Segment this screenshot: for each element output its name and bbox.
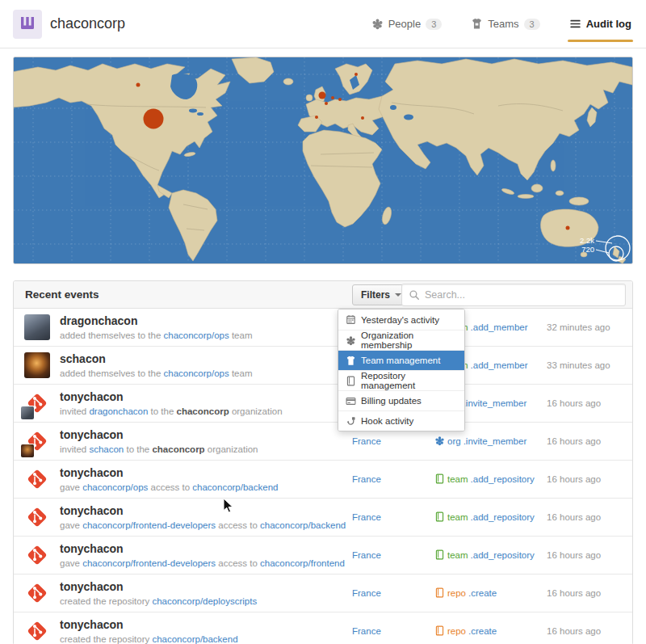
- map-marker-greece: [361, 116, 364, 120]
- panel-title: Recent events: [25, 288, 99, 301]
- tab-teams[interactable]: Teams 3: [471, 0, 539, 48]
- audit-event-row: tonychaconinvited schacon to the chaconc…: [14, 423, 632, 461]
- tab-people[interactable]: People 3: [371, 0, 443, 48]
- actor-name[interactable]: tonychacon: [60, 542, 352, 557]
- description-link[interactable]: dragonchacon: [89, 406, 148, 416]
- description-text: access to: [148, 482, 192, 492]
- description-link[interactable]: chaconcorp/ops: [82, 482, 148, 492]
- location-link[interactable]: France: [352, 436, 381, 446]
- actor-name[interactable]: tonychacon: [60, 466, 352, 481]
- description-text: organization: [205, 444, 258, 454]
- organization-icon: [434, 436, 445, 446]
- event-category: team: [447, 550, 468, 560]
- event-action: .invite_member: [464, 436, 527, 446]
- audit-event-row: tonychacongave chaconcorp/ops access to …: [14, 461, 632, 499]
- description-text: access to: [216, 520, 260, 530]
- description-text: organization: [229, 406, 283, 416]
- map-marker-sweden: [354, 73, 358, 76]
- audit-event-row: tonychaconcreated the repository chaconc…: [14, 612, 632, 644]
- repo-icon: [346, 376, 356, 386]
- credit-card-icon: [346, 396, 356, 406]
- event-description: gave chaconcorp/frontend-developers acce…: [60, 520, 352, 530]
- filter-option-hook-activity[interactable]: Hook activity: [338, 410, 464, 431]
- event-type-link[interactable]: team.add_repository: [434, 549, 535, 562]
- event-main: tonychaconinvited schacon to the chaconc…: [60, 428, 352, 454]
- description-link[interactable]: schacon: [89, 444, 124, 454]
- description-link[interactable]: chaconcorp/ops: [164, 330, 229, 340]
- location-link[interactable]: France: [352, 512, 381, 522]
- event-category: org: [447, 436, 461, 446]
- hook-icon: [346, 416, 356, 427]
- event-type-link[interactable]: repo.create: [434, 587, 497, 600]
- jersey-icon: [346, 356, 356, 366]
- location-link[interactable]: France: [352, 550, 381, 560]
- app-header: chaconcorp People 3 Teams 3 Audit log: [0, 0, 646, 48]
- actor-name[interactable]: tonychacon: [60, 428, 352, 443]
- actor-name[interactable]: tonychacon: [60, 580, 352, 595]
- location-link[interactable]: France: [352, 626, 381, 636]
- org-logo[interactable]: [13, 10, 42, 39]
- description-text: team: [229, 368, 253, 378]
- event-type-cell: org.invite_member: [434, 436, 547, 448]
- description-link[interactable]: chaconcorp/backend: [260, 520, 346, 530]
- description-link[interactable]: chaconcorp/frontend-developers: [82, 558, 216, 568]
- description-link[interactable]: chaconcorp/frontend-developers: [82, 520, 216, 530]
- description-link[interactable]: chaconcorp/frontend: [260, 558, 345, 568]
- calendar-icon: [346, 314, 356, 325]
- description-link[interactable]: chaconcorp/backend: [192, 482, 278, 492]
- filter-option-repository-management[interactable]: Repository management: [338, 370, 464, 390]
- actor-name[interactable]: dragonchacon: [60, 314, 352, 329]
- filter-option-label: Yesterday's activity: [361, 315, 439, 325]
- avatar: [24, 314, 50, 340]
- description-text: team: [229, 330, 253, 340]
- event-action: .create: [468, 626, 497, 636]
- filters-dropdown: Yesterday's activityOrganization members…: [338, 309, 465, 431]
- filter-option-organization-membership[interactable]: Organization membership: [338, 330, 464, 350]
- event-type-link[interactable]: org.invite_member: [434, 436, 526, 448]
- event-action: .add_repository: [471, 474, 535, 484]
- event-action: .add_repository: [471, 550, 535, 560]
- event-type-cell: repo.create: [434, 625, 547, 638]
- audit-event-row: tonychaconcreated the repository chaconc…: [14, 575, 632, 612]
- audit-event-row: dragonchaconadded themselves to the chac…: [14, 309, 632, 347]
- timestamp: 16 hours ago: [547, 588, 632, 598]
- description-link[interactable]: chaconcorp/backend: [152, 634, 237, 644]
- audit-event-row: tonychacongave chaconcorp/frontend-devel…: [14, 499, 632, 537]
- event-description: gave chaconcorp/ops access to chaconcorp…: [60, 482, 352, 492]
- actor-name[interactable]: schacon: [60, 352, 352, 367]
- timestamp: 16 hours ago: [547, 550, 632, 560]
- actor-name[interactable]: tonychacon: [60, 504, 352, 519]
- description-link[interactable]: chaconcorp/ops: [164, 368, 229, 378]
- event-type-link[interactable]: team.add_repository: [434, 511, 535, 524]
- event-type-cell: repo.create: [434, 587, 547, 600]
- timestamp: 32 minutes ago: [547, 322, 632, 332]
- event-action: .create: [468, 588, 497, 598]
- description-text: created the repository: [60, 634, 152, 644]
- repo-icon: [434, 474, 445, 486]
- filter-option-yesterday-s-activity[interactable]: Yesterday's activity: [338, 309, 464, 330]
- timestamp: 16 hours ago: [547, 436, 632, 446]
- description-link[interactable]: chaconcorp/deployscripts: [152, 596, 257, 606]
- event-type-link[interactable]: repo.create: [434, 625, 497, 638]
- search-box[interactable]: [401, 284, 626, 306]
- search-input[interactable]: [425, 289, 619, 301]
- organization-icon: [434, 436, 445, 448]
- description-text: to the: [124, 444, 152, 454]
- event-action: .add_member: [471, 360, 528, 370]
- legend-label-large: 2.2k: [580, 236, 594, 245]
- event-type-link[interactable]: team.add_repository: [434, 474, 535, 486]
- git-logo-avatar: [24, 390, 50, 416]
- actor-name[interactable]: tonychacon: [60, 390, 352, 405]
- description-text: created the repository: [60, 596, 152, 606]
- legend-label-small: 720: [581, 245, 594, 254]
- location-cell: France: [352, 474, 434, 484]
- repo-icon: [346, 376, 356, 386]
- tab-audit-log[interactable]: Audit log: [569, 0, 631, 48]
- audit-world-map: 2.2k 720: [13, 57, 633, 264]
- filter-option-billing-updates[interactable]: Billing updates: [338, 390, 464, 410]
- calendar-icon: [346, 314, 356, 325]
- actor-name[interactable]: tonychacon: [60, 618, 352, 633]
- location-link[interactable]: France: [352, 474, 381, 484]
- filter-option-team-management[interactable]: Team management: [338, 350, 464, 370]
- location-link[interactable]: France: [352, 588, 381, 598]
